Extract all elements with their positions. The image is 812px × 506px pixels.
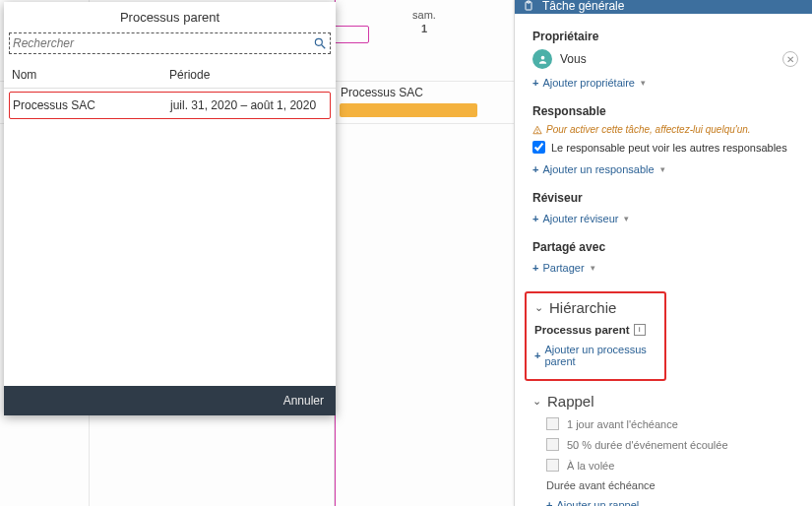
plus-icon: +	[546, 499, 552, 506]
recall-section[interactable]: ⌄ Rappel	[532, 393, 798, 410]
responsible-warning: Pour activer cette tâche, affectez-lui q…	[532, 124, 798, 135]
hierarchy-title: Hiérarchie	[549, 299, 616, 316]
plus-icon: +	[532, 262, 538, 274]
avatar	[532, 49, 552, 69]
parent-process-label-text: Processus parent	[534, 324, 630, 336]
shared-label: Partagé avec	[532, 240, 798, 254]
plus-icon: +	[532, 77, 538, 89]
panel-title: Tâche générale	[542, 0, 624, 13]
remove-owner-button[interactable]: ✕	[782, 51, 798, 67]
gantt-row-label: Processus SAC	[341, 86, 423, 99]
svg-point-4	[537, 132, 538, 133]
chevron-down-icon: ▾	[591, 263, 595, 273]
modal-search[interactable]	[9, 32, 331, 54]
responsible-label: Responsable	[532, 104, 798, 118]
recall-option-label: 1 jour avant l'échéance	[567, 418, 678, 430]
add-responsible-button[interactable]: + Ajouter un responsable ▾	[532, 161, 665, 177]
reviewer-label: Réviseur	[532, 191, 798, 205]
col-period: Période	[169, 68, 328, 82]
row-period: juil. 31, 2020 – août 1, 2020	[170, 98, 327, 112]
add-parent-process-button[interactable]: + Ajouter un processus parent	[534, 342, 656, 369]
gantt-bar[interactable]	[340, 103, 477, 117]
chevron-down-icon: ▾	[624, 214, 629, 223]
svg-point-5	[315, 38, 322, 45]
panel-body: Propriétaire Vous ✕ + Ajouter propriétai…	[515, 14, 812, 506]
svg-line-6	[322, 45, 326, 49]
recall-option-label: À la volée	[567, 460, 614, 472]
person-icon	[537, 54, 548, 65]
recall-option-label: 50 % durée d'événement écoulée	[567, 439, 728, 451]
recall-title: Rappel	[547, 393, 594, 410]
plus-icon: +	[532, 163, 538, 175]
share-label: Partager	[542, 262, 584, 274]
gantt-day-name: sam.	[335, 8, 514, 22]
responsible-visibility-input[interactable]	[532, 141, 545, 154]
svg-point-2	[540, 55, 544, 59]
add-owner-button[interactable]: + Ajouter propriétaire ▾	[532, 75, 646, 91]
hierarchy-highlight: ⌄ Hiérarchie Processus parent i + Ajoute…	[525, 291, 666, 381]
cancel-button[interactable]: Annuler	[283, 394, 324, 408]
col-name: Nom	[12, 68, 169, 82]
chevron-down-icon: ▾	[641, 78, 646, 88]
chevron-down-icon: ⌄	[534, 301, 543, 314]
add-recall-label: Ajouter un rappel	[556, 499, 639, 506]
responsible-visibility-checkbox[interactable]: Le responsable peut voir les autres resp…	[532, 141, 798, 154]
gantt-today-marker	[334, 26, 369, 43]
info-icon[interactable]: i	[634, 324, 646, 336]
add-reviewer-button[interactable]: + Ajouter réviseur ▾	[532, 211, 629, 226]
plus-icon: +	[532, 213, 538, 224]
responsible-warning-text: Pour activer cette tâche, affectez-lui q…	[546, 124, 751, 135]
search-icon[interactable]	[313, 36, 327, 50]
modal-result-row[interactable]: Processus SAC juil. 31, 2020 – août 1, 2…	[9, 92, 331, 119]
add-recall-button[interactable]: + Ajouter un rappel	[546, 497, 639, 506]
chevron-down-icon: ▾	[660, 164, 665, 174]
gantt-day-column	[335, 0, 514, 506]
chevron-down-icon: ⌄	[532, 395, 541, 408]
warning-icon	[532, 125, 542, 135]
owner-row: Vous ✕	[532, 49, 798, 69]
panel-header: Tâche générale	[515, 0, 812, 14]
add-responsible-label: Ajouter un responsable	[542, 163, 654, 175]
duration-label: Durée avant échéance	[546, 479, 798, 491]
checkbox[interactable]	[546, 438, 559, 451]
share-button[interactable]: + Partager ▾	[532, 260, 595, 276]
clipboard-icon	[523, 0, 534, 12]
responsible-visibility-label: Le responsable peut voir les autres resp…	[551, 142, 787, 154]
checkbox[interactable]	[546, 459, 559, 472]
modal-columns: Nom Période	[4, 54, 336, 89]
modal-title: Processus parent	[4, 2, 336, 32]
parent-process-modal: Processus parent Nom Période Processus S…	[4, 2, 336, 415]
owner-name: Vous	[560, 52, 775, 66]
parent-process-label: Processus parent i	[534, 324, 656, 336]
row-name: Processus SAC	[13, 98, 170, 112]
task-side-panel: Tâche générale Propriétaire Vous ✕ + Ajo…	[514, 0, 812, 506]
recall-option[interactable]: 1 jour avant l'échéance	[546, 417, 798, 430]
plus-icon: +	[534, 349, 540, 361]
owner-label: Propriétaire	[532, 30, 798, 43]
recall-option[interactable]: 50 % durée d'événement écoulée	[546, 438, 798, 451]
search-input[interactable]	[13, 36, 313, 50]
add-reviewer-label: Ajouter réviseur	[542, 213, 618, 224]
add-parent-process-label: Ajouter un processus parent	[544, 344, 656, 367]
modal-footer: Annuler	[4, 386, 336, 415]
hierarchy-section[interactable]: ⌄ Hiérarchie	[534, 299, 656, 316]
add-owner-label: Ajouter propriétaire	[542, 77, 635, 89]
recall-option[interactable]: À la volée	[546, 459, 798, 472]
checkbox[interactable]	[546, 417, 559, 430]
